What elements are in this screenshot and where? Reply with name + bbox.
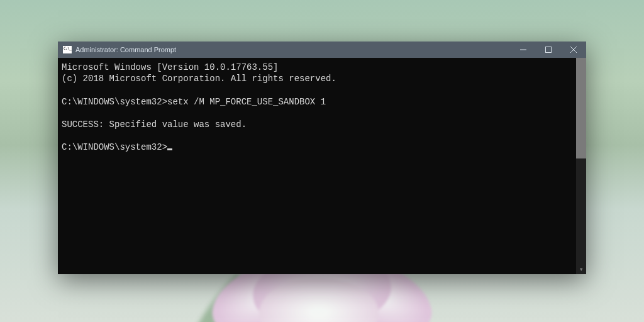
prompt-path: C:\WINDOWS\system32>	[62, 142, 167, 152]
scroll-down-icon[interactable]: ▾	[576, 264, 586, 274]
scrollbar[interactable]: ▾	[576, 58, 586, 274]
terminal-output[interactable]: Microsoft Windows [Version 10.0.17763.55…	[58, 58, 576, 274]
copyright-line: (c) 2018 Microsoft Corporation. All righ…	[62, 74, 336, 84]
prompt-path: C:\WINDOWS\system32>	[62, 97, 167, 107]
minimize-button[interactable]	[511, 42, 536, 58]
command-text: setx /M MP_FORCE_USE_SANDBOX 1	[167, 97, 326, 107]
close-icon	[570, 47, 577, 53]
maximize-icon	[545, 47, 552, 53]
cursor	[167, 148, 172, 150]
cmd-icon	[63, 46, 72, 53]
window-title: Administrator: Command Prompt	[75, 46, 176, 53]
scrollbar-thumb[interactable]	[576, 58, 586, 158]
minimize-icon	[520, 47, 526, 53]
svg-rect-1	[546, 47, 552, 53]
result-line: SUCCESS: Specified value was saved.	[62, 119, 247, 130]
titlebar[interactable]: Administrator: Command Prompt	[58, 42, 586, 58]
version-line: Microsoft Windows [Version 10.0.17763.55…	[62, 62, 278, 72]
command-prompt-window: Administrator: Command Prompt Microsoft …	[58, 42, 586, 274]
close-button[interactable]	[561, 42, 586, 58]
maximize-button[interactable]	[536, 42, 561, 58]
